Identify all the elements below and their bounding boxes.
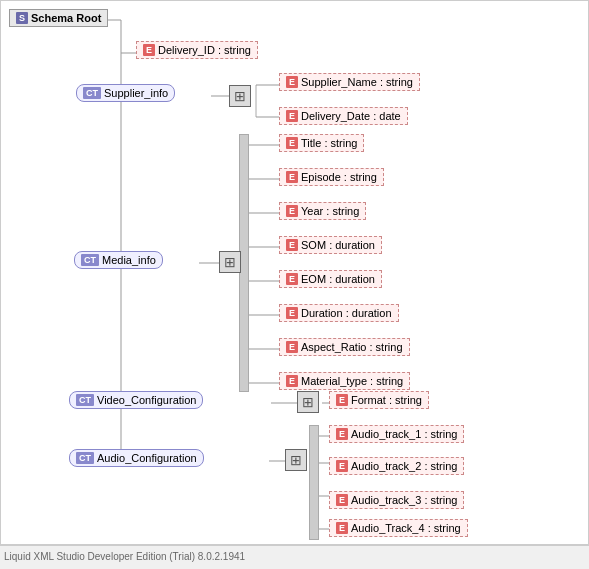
- supplier-connector-box[interactable]: ⊞: [229, 85, 251, 107]
- audio-config-box[interactable]: CT Audio_Configuration: [69, 449, 204, 467]
- media-connector-symbol: ⊞: [224, 254, 236, 270]
- eom-node: E EOM : duration: [279, 270, 382, 288]
- supplier-name-label: Supplier_Name : string: [301, 76, 413, 88]
- e-badge-duration: E: [286, 307, 298, 319]
- ct-badge-media: CT: [81, 254, 99, 266]
- aspect-ratio-box[interactable]: E Aspect_Ratio : string: [279, 338, 410, 356]
- som-box[interactable]: E SOM : duration: [279, 236, 382, 254]
- audio-track-3-label: Audio_track_3 : string: [351, 494, 457, 506]
- schema-root-node: S Schema Root: [9, 9, 108, 27]
- supplier-expand[interactable]: ⊞: [229, 85, 251, 107]
- video-connector-box[interactable]: ⊞: [297, 391, 319, 413]
- e-badge-episode: E: [286, 171, 298, 183]
- som-node: E SOM : duration: [279, 236, 382, 254]
- e-badge-delivery-date: E: [286, 110, 298, 122]
- media-connector-box[interactable]: ⊞: [219, 251, 241, 273]
- duration-box[interactable]: E Duration : duration: [279, 304, 399, 322]
- audio-track-4-label: Audio_Track_4 : string: [351, 522, 461, 534]
- som-label: SOM : duration: [301, 239, 375, 251]
- e-badge-eom: E: [286, 273, 298, 285]
- delivery-id-box[interactable]: E Delivery_ID : string: [136, 41, 258, 59]
- title-node: E Title : string: [279, 134, 364, 152]
- e-badge-year: E: [286, 205, 298, 217]
- episode-label: Episode : string: [301, 171, 377, 183]
- schema-canvas: S Schema Root E Delivery_ID : string CT …: [0, 0, 589, 545]
- e-badge-audio-3: E: [336, 494, 348, 506]
- audio-connector-symbol: ⊞: [290, 452, 302, 468]
- eom-label: EOM : duration: [301, 273, 375, 285]
- e-badge-title: E: [286, 137, 298, 149]
- aspect-ratio-label: Aspect_Ratio : string: [301, 341, 403, 353]
- status-text: Liquid XML Studio Developer Edition (Tri…: [4, 551, 245, 562]
- audio-track-1-box[interactable]: E Audio_track_1 : string: [329, 425, 464, 443]
- delivery-date-label: Delivery_Date : date: [301, 110, 401, 122]
- ct-badge-video: CT: [76, 394, 94, 406]
- format-node: E Format : string: [329, 391, 429, 409]
- supplier-info-node: CT Supplier_info: [76, 84, 175, 102]
- video-config-label: Video_Configuration: [97, 394, 196, 406]
- audio-expand[interactable]: ⊞: [285, 449, 307, 471]
- year-node: E Year : string: [279, 202, 366, 220]
- media-info-node: CT Media_info: [74, 251, 163, 269]
- media-expand[interactable]: ⊞: [219, 251, 241, 273]
- delivery-date-node: E Delivery_Date : date: [279, 107, 408, 125]
- e-badge-aspect-ratio: E: [286, 341, 298, 353]
- delivery-id-label: Delivery_ID : string: [158, 44, 251, 56]
- title-box[interactable]: E Title : string: [279, 134, 364, 152]
- schema-root-label: Schema Root: [31, 12, 101, 24]
- aspect-ratio-node: E Aspect_Ratio : string: [279, 338, 410, 356]
- media-info-box[interactable]: CT Media_info: [74, 251, 163, 269]
- audio-track-3-node: E Audio_track_3 : string: [329, 491, 464, 509]
- video-connector-symbol: ⊞: [302, 394, 314, 410]
- audio-config-label: Audio_Configuration: [97, 452, 197, 464]
- audio-connector-box[interactable]: ⊞: [285, 449, 307, 471]
- supplier-connector-symbol: ⊞: [234, 88, 246, 104]
- s-badge: S: [16, 12, 28, 24]
- supplier-name-box[interactable]: E Supplier_Name : string: [279, 73, 420, 91]
- audio-config-node: CT Audio_Configuration: [69, 449, 204, 467]
- format-label: Format : string: [351, 394, 422, 406]
- episode-node: E Episode : string: [279, 168, 384, 186]
- audio-track-2-node: E Audio_track_2 : string: [329, 457, 464, 475]
- supplier-name-node: E Supplier_Name : string: [279, 73, 420, 91]
- audio-track-1-label: Audio_track_1 : string: [351, 428, 457, 440]
- episode-box[interactable]: E Episode : string: [279, 168, 384, 186]
- delivery-id-node: E Delivery_ID : string: [136, 41, 258, 59]
- e-badge-supplier-name: E: [286, 76, 298, 88]
- e-badge-audio-4: E: [336, 522, 348, 534]
- status-bar: Liquid XML Studio Developer Edition (Tri…: [0, 545, 589, 567]
- title-label: Title : string: [301, 137, 357, 149]
- audio-track-2-box[interactable]: E Audio_track_2 : string: [329, 457, 464, 475]
- eom-box[interactable]: E EOM : duration: [279, 270, 382, 288]
- audio-track-2-label: Audio_track_2 : string: [351, 460, 457, 472]
- ct-badge-audio: CT: [76, 452, 94, 464]
- e-badge-audio-2: E: [336, 460, 348, 472]
- duration-label: Duration : duration: [301, 307, 392, 319]
- delivery-date-box[interactable]: E Delivery_Date : date: [279, 107, 408, 125]
- year-label: Year : string: [301, 205, 359, 217]
- ct-badge-supplier: CT: [83, 87, 101, 99]
- video-config-box[interactable]: CT Video_Configuration: [69, 391, 203, 409]
- duration-node: E Duration : duration: [279, 304, 399, 322]
- material-type-label: Material_type : string: [301, 375, 403, 387]
- supplier-info-box[interactable]: CT Supplier_info: [76, 84, 175, 102]
- e-badge-format: E: [336, 394, 348, 406]
- audio-track-3-box[interactable]: E Audio_track_3 : string: [329, 491, 464, 509]
- media-info-label: Media_info: [102, 254, 156, 266]
- audio-config-vert-bar: [309, 425, 319, 540]
- schema-root-box[interactable]: S Schema Root: [9, 9, 108, 27]
- supplier-info-label: Supplier_info: [104, 87, 168, 99]
- video-config-node: CT Video_Configuration: [69, 391, 203, 409]
- material-type-node: E Material_type : string: [279, 372, 410, 390]
- audio-track-4-box[interactable]: E Audio_Track_4 : string: [329, 519, 468, 537]
- video-expand[interactable]: ⊞: [297, 391, 319, 413]
- e-badge-audio-1: E: [336, 428, 348, 440]
- e-badge-som: E: [286, 239, 298, 251]
- audio-track-4-node: E Audio_Track_4 : string: [329, 519, 468, 537]
- e-badge-delivery-id: E: [143, 44, 155, 56]
- e-badge-material-type: E: [286, 375, 298, 387]
- format-box[interactable]: E Format : string: [329, 391, 429, 409]
- material-type-box[interactable]: E Material_type : string: [279, 372, 410, 390]
- year-box[interactable]: E Year : string: [279, 202, 366, 220]
- audio-track-1-node: E Audio_track_1 : string: [329, 425, 464, 443]
